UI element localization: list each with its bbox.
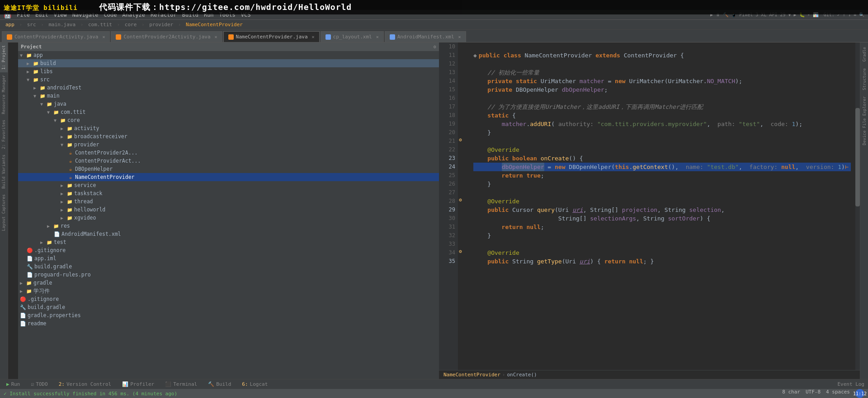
tree-item-build[interactable]: ▶ 📁 build [18,59,439,67]
tab-close-5[interactable]: ✕ [458,34,461,39]
menu-run[interactable]: Run [204,12,214,18]
tree-item-xgvideo[interactable]: ▶ 📁 xgvideo [18,214,439,222]
tree-item-proguard[interactable]: 📄 proguard-rules.pro [18,271,439,279]
tree-item-cp2a[interactable]: ☕ ContentProvider2A... [18,149,439,157]
tree-item-readme[interactable]: 📄 readme [18,319,439,328]
tab-bar: ContentProviderActivity.java ✕ ContentPr… [0,30,868,42]
tab-cplayout[interactable]: cp_layout.xml ✕ [321,31,384,42]
folder-taskstack-icon: 📁 [66,190,73,197]
p1-29: ( [555,206,558,214]
tree-item-test[interactable]: ▶ 📁 test [18,238,439,246]
right-tab-devicefile[interactable]: Device File Explorer [861,94,868,148]
menu-vcs[interactable]: VCS [241,12,251,18]
tab-label-3: NameContentProvider.java [236,34,308,40]
gutter-icon-29[interactable]: ⚙ [459,197,462,203]
sidebar-tab-resource[interactable]: Resource Manager [0,72,8,117]
gutter-icon-35[interactable]: ⚙ [459,248,462,254]
tree-item-cpa[interactable]: ☕ ContentProviderAct... [18,157,439,165]
sidebar-tab-project[interactable]: 1: Project [0,42,8,72]
menu-refactor[interactable]: Refactor [151,12,177,18]
bottom-tab-logcat[interactable]: 6: Logcat [239,380,270,388]
ln-27: 27 [442,188,455,197]
menu-tools[interactable]: Tools [219,12,236,18]
classname: NameContentProvider [525,51,596,60]
tree-item-src[interactable]: ▼ 📁 src [18,75,439,84]
tree-item-app[interactable]: ▼ 📁 app [18,51,439,59]
tree-item-buildgradle-root[interactable]: 🔧 build.gradle [18,303,439,311]
tree-item-provider[interactable]: ▼ 📁 provider [18,140,439,149]
sidebar-tab-buildvariants[interactable]: Build Variants [0,152,8,192]
p3-24: ) [841,163,845,171]
bottom-tab-profiler[interactable]: 📊 Profiler [119,380,157,388]
menu-file[interactable]: File [17,12,30,18]
tree-item-thread[interactable]: ▶ 📁 thread [18,197,439,206]
tree-item-core[interactable]: ▼ 📁 core [18,116,439,124]
breadcrumb-path: app › src › main.java › com.ttit › core … [5,22,244,28]
tree-item-namecontentprovider[interactable]: ☕ NameContentProvider [18,173,439,181]
menu-code[interactable]: Code [104,12,117,18]
tree-item-gitignore-app[interactable]: 🔴 .gitignore [18,246,439,254]
tab-close-3[interactable]: ✕ [312,34,315,39]
tab-close-4[interactable]: ✕ [376,34,379,39]
right-tab-gradle[interactable]: Gradle [861,44,868,65]
scrollbar-thumb[interactable] [855,108,860,206]
tree-settings-icon[interactable]: ⚙ [434,44,436,49]
folder-broadcastreceiver-icon: 📁 [66,133,73,140]
bottom-tab-versioncontrol[interactable]: 2: Version Control [56,380,114,388]
tree-label-taskstack: taskstack [74,190,102,197]
status-message: ✓ Install successfully finished in 456 m… [4,391,775,397]
tree-item-res[interactable]: ▶ 📁 res [18,222,439,230]
tree-item-studymaterials[interactable]: ▶ 📁 学习件 [18,287,439,295]
gutter-icon-23[interactable]: ⚙ [459,137,462,143]
code-content[interactable]: ◆ public class NameContentProvider exten… [469,42,855,370]
bottom-tab-terminal[interactable]: ⬛ Terminal [162,380,200,388]
sidebar-tab-layoutcaptures[interactable]: Layout Captures [0,192,8,234]
tab-close-2[interactable]: ✕ [215,34,217,39]
arrow-gradle: ▶ [20,281,24,286]
tree-item-comttit[interactable]: ▼ 📁 com.ttit [18,108,439,116]
menu-build[interactable]: Build [182,12,198,18]
tree-item-dbopenhelper[interactable]: ☕ DBOpenHelper [18,165,439,173]
bottom-tab-build[interactable]: 🔨 Build [205,380,234,388]
tree-item-buildgradle-app[interactable]: 🔧 build.gradle [18,262,439,271]
tree-item-activity[interactable]: ▶ 📁 activity [18,124,439,132]
tab-label-1: ContentProviderActivity.java [14,34,98,40]
sidebar-tab-favorites[interactable]: 2: Favorites [0,117,8,152]
tree-item-main[interactable]: ▼ 📁 main [18,92,439,100]
tree-item-androidmanifest[interactable]: 📄 AndroidManifest.xml [18,230,439,238]
file-tree[interactable]: Project ⚙ ▼ 📁 app ▶ 📁 build ▶ 📁 libs ▼ [18,42,439,379]
folder-app-icon: 📁 [26,52,32,58]
p2-19: ); [795,120,802,128]
tree-label-build: build [40,60,56,66]
tree-item-broadcastreceiver[interactable]: ▶ 📁 broadcastreceiver [18,132,439,140]
menu-analyze[interactable]: Analyze [122,12,145,18]
tree-item-service[interactable]: ▶ 📁 service [18,181,439,189]
tab-namecontentprovider[interactable]: NameContentProvider.java ✕ [223,31,320,42]
props-icon: 📄 [20,312,26,318]
event-log[interactable]: Event Log [837,381,864,387]
tree-item-taskstack[interactable]: ▶ 📁 taskstack [18,189,439,197]
tree-item-gradleprops[interactable]: 📄 gradle.properties [18,311,439,319]
right-tab-structure[interactable]: Structure [861,66,868,93]
tree-label-core: core [67,117,80,123]
bottom-tab-run[interactable]: ▶ Run [4,380,23,388]
menu-navigate[interactable]: Navigate [72,12,99,18]
ln-25: 25 [442,171,455,180]
tab-close-1[interactable]: ✕ [102,34,105,39]
tree-item-androidtest[interactable]: ▶ 📁 androidTest [18,84,439,92]
tree-item-helloworld[interactable]: ▶ 📁 helloworld [18,206,439,214]
tab-contentprovideractivity[interactable]: ContentProviderActivity.java ✕ [2,31,110,42]
editor-scrollbar[interactable] [855,42,860,370]
tree-item-appiml[interactable]: 📄 app.iml [18,254,439,262]
param-authority: authority: [558,120,597,128]
tree-item-gitignore-root[interactable]: 🔴 .gitignore [18,295,439,303]
menu-edit[interactable]: Edit [35,12,48,18]
tree-item-java[interactable]: ▼ 📁 java [18,100,439,108]
tree-item-libs[interactable]: ▶ 📁 libs [18,67,439,75]
tab-androidmanifest[interactable]: AndroidManifest.xml ✕ [385,31,466,42]
tab-contentprovider2activity[interactable]: ContentProvider2Activity.java ✕ [111,31,222,42]
tree-item-gradle[interactable]: ▶ 📁 gradle [18,279,439,287]
menu-view[interactable]: View [54,12,67,18]
arrow-libs: ▶ [27,69,31,74]
bottom-tab-todo[interactable]: ☑ TODO [28,380,51,388]
